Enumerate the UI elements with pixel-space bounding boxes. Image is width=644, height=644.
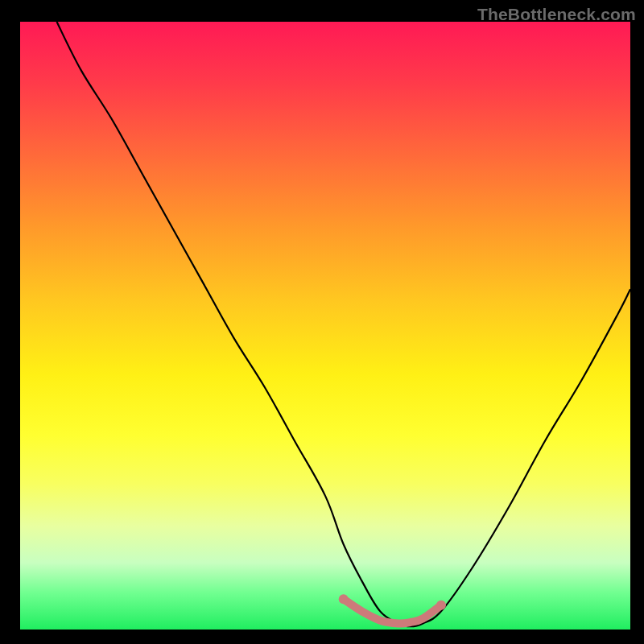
curve-svg: [20, 22, 630, 630]
plot-area: [20, 22, 630, 630]
chart-container: TheBottleneck.com: [0, 0, 644, 644]
valley-dot-right: [436, 601, 446, 610]
valley-dot-left: [339, 594, 349, 604]
valley-highlight: [344, 599, 441, 623]
bottleneck-curve: [56, 22, 630, 626]
